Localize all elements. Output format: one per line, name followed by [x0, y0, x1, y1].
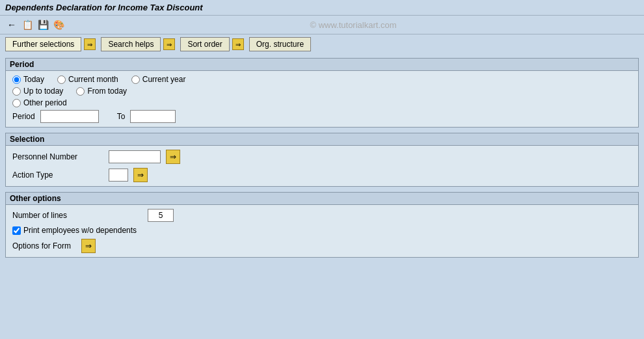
- selection-section: Selection Personnel Number ⇒ Action Type…: [5, 133, 639, 187]
- period-radio-row-2: Up to today From today: [12, 87, 632, 96]
- personnel-number-input[interactable]: [109, 150, 161, 163]
- page-title: Dependents Declaration for Income Tax Di…: [5, 3, 203, 12]
- options-for-form-label: Options for Form: [12, 241, 71, 251]
- save-icon[interactable]: 💾: [36, 18, 49, 31]
- personnel-number-label: Personnel Number: [12, 152, 103, 161]
- radio-other-period-input[interactable]: [12, 99, 21, 107]
- further-selections-arrow: ⇒: [84, 38, 96, 50]
- to-label: To: [117, 112, 126, 121]
- radio-other-period[interactable]: Other period: [12, 98, 67, 107]
- search-helps-arrow: ⇒: [163, 38, 175, 50]
- options-for-form-row: Options for Form ⇒: [12, 239, 632, 253]
- selection-section-body: Personnel Number ⇒ Action Type ⇒: [6, 146, 638, 186]
- period-section-title: Period: [6, 59, 638, 71]
- print-employees-label: Print employees w/o dependents: [23, 226, 137, 235]
- tab-further-selections-label: Further selections: [12, 40, 74, 49]
- period-input-row: Period To: [12, 110, 632, 123]
- radio-up-to-today-input[interactable]: [12, 87, 21, 96]
- personnel-number-arrow-btn[interactable]: ⇒: [166, 150, 180, 164]
- radio-today-input[interactable]: [12, 75, 21, 84]
- radio-from-today[interactable]: From today: [76, 87, 127, 96]
- radio-current-year-input[interactable]: [131, 75, 140, 84]
- radio-current-month[interactable]: Current month: [57, 75, 118, 84]
- other-options-section: Other options Number of lines Print empl…: [5, 192, 639, 258]
- radio-current-year-label: Current year: [142, 75, 186, 84]
- main-content: Period Today Current month Current year: [0, 54, 644, 334]
- options-for-form-arrow-btn[interactable]: ⇒: [81, 239, 96, 253]
- title-bar: Dependents Declaration for Income Tax Di…: [0, 0, 644, 16]
- radio-from-today-label: From today: [87, 87, 127, 96]
- radio-today-label: Today: [23, 75, 44, 84]
- multicolor-icon[interactable]: 🎨: [52, 18, 65, 31]
- radio-other-period-label: Other period: [23, 98, 67, 107]
- period-label: Period: [12, 112, 35, 121]
- period-to-input[interactable]: [130, 110, 176, 123]
- other-options-body: Number of lines Print employees w/o depe…: [6, 205, 638, 257]
- period-from-input[interactable]: [40, 110, 99, 123]
- radio-today[interactable]: Today: [12, 75, 44, 84]
- radio-current-month-label: Current month: [68, 75, 118, 84]
- watermark: © www.tutorialkart.com: [68, 20, 639, 30]
- forward-icon[interactable]: 📋: [21, 18, 34, 31]
- period-section-body: Today Current month Current year Up to t…: [6, 71, 638, 127]
- tab-search-helps[interactable]: Search helps: [101, 37, 161, 51]
- radio-up-to-today[interactable]: Up to today: [12, 87, 63, 96]
- tab-org-structure[interactable]: Org. structure: [249, 37, 311, 51]
- sort-order-arrow: ⇒: [232, 38, 244, 50]
- print-employees-row: Print employees w/o dependents: [12, 226, 632, 235]
- tab-sort-order[interactable]: Sort order: [180, 37, 229, 51]
- other-options-grid: Number of lines Print employees w/o depe…: [12, 209, 632, 253]
- action-type-input[interactable]: [109, 169, 128, 182]
- tab-sort-order-label: Sort order: [187, 40, 222, 49]
- other-options-title: Other options: [6, 193, 638, 205]
- selection-section-title: Selection: [6, 133, 638, 146]
- period-radio-row-1: Today Current month Current year: [12, 75, 632, 84]
- print-employees-checkbox[interactable]: [12, 226, 21, 235]
- number-of-lines-label: Number of lines: [12, 211, 142, 220]
- radio-up-to-today-label: Up to today: [23, 87, 63, 96]
- period-radio-row-3: Other period: [12, 98, 632, 107]
- radio-current-month-input[interactable]: [57, 75, 66, 84]
- tab-org-structure-label: Org. structure: [256, 40, 304, 49]
- back-icon[interactable]: ←: [5, 18, 18, 31]
- number-of-lines-row: Number of lines: [12, 209, 632, 222]
- toolbar: ← 📋 💾 🎨 © www.tutorialkart.com: [0, 16, 644, 34]
- personnel-number-row: Personnel Number ⇒: [12, 150, 632, 164]
- action-type-arrow-btn[interactable]: ⇒: [133, 168, 148, 182]
- action-type-label: Action Type: [12, 170, 103, 180]
- number-of-lines-input[interactable]: [148, 209, 174, 222]
- radio-from-today-input[interactable]: [76, 87, 85, 96]
- tab-bar: Further selections ⇒ Search helps ⇒ Sort…: [0, 34, 644, 54]
- tab-search-helps-label: Search helps: [108, 40, 154, 49]
- radio-current-year[interactable]: Current year: [131, 75, 186, 84]
- action-type-row: Action Type ⇒: [12, 168, 632, 182]
- period-section: Period Today Current month Current year: [5, 58, 639, 128]
- tab-further-selections[interactable]: Further selections: [5, 37, 81, 51]
